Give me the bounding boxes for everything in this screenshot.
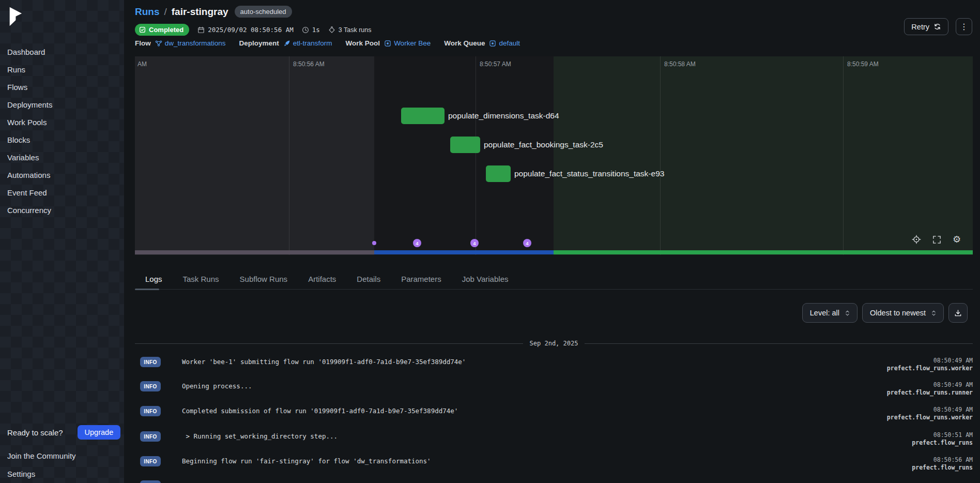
work-pool-label: Work Pool bbox=[346, 39, 380, 47]
log-level-value: Level: all bbox=[810, 309, 839, 317]
log-logger-name: prefect.flow_runs bbox=[912, 439, 973, 447]
log-sort-select[interactable]: Oldest to newest bbox=[862, 303, 944, 323]
event-cluster-marker[interactable]: 4 bbox=[470, 239, 479, 247]
log-level-badge: INFO bbox=[140, 480, 161, 483]
deployment-label: Deployment bbox=[239, 39, 279, 47]
log-list: Sep 2nd, 2025 INFO Worker 'bee-1' submit… bbox=[135, 339, 973, 483]
work-pool-icon bbox=[384, 40, 391, 47]
task-run-bar[interactable] bbox=[401, 108, 445, 124]
task-run-bar[interactable] bbox=[450, 137, 480, 153]
sort-chevrons-icon bbox=[845, 310, 850, 316]
auto-scheduled-badge: auto-scheduled bbox=[235, 6, 292, 18]
sort-chevrons-icon bbox=[931, 310, 936, 316]
meta-row: Flow dw_transformations Deployment etl-t… bbox=[135, 39, 520, 47]
sidebar-item-automations[interactable]: Automations bbox=[0, 167, 124, 184]
sidebar-item-event-feed[interactable]: Event Feed bbox=[0, 184, 124, 202]
work-pool-link[interactable]: Worker Bee bbox=[394, 39, 431, 47]
timeline-controls: ⚙ bbox=[912, 235, 961, 244]
log-level-badge: INFO bbox=[140, 406, 161, 416]
log-entry: INFO Beginning flow run 'fair-stingray' … bbox=[135, 456, 973, 472]
tab-logs[interactable]: Logs bbox=[145, 275, 162, 283]
sidebar-item-work-pools[interactable]: Work Pools bbox=[0, 114, 124, 131]
event-cluster-marker[interactable]: 4 bbox=[523, 239, 531, 247]
log-logger-name: prefect.flow_runs.worker bbox=[887, 414, 973, 421]
timeline-minimap-past-segment bbox=[135, 250, 374, 254]
tab-job-variables[interactable]: Job Variables bbox=[462, 275, 509, 283]
sidebar-item-deployments[interactable]: Deployments bbox=[0, 96, 124, 114]
log-entry: INFO > Running set_working_directory ste… bbox=[135, 431, 973, 447]
tab-artifacts[interactable]: Artifacts bbox=[308, 275, 336, 283]
log-timestamp: 08:50:49 AM bbox=[887, 406, 973, 414]
run-detail-tabs: Logs Task Runs Subflow Runs Artifacts De… bbox=[135, 269, 973, 290]
axis-tick-label: 8:50:56 AM bbox=[293, 61, 325, 68]
gridline bbox=[843, 56, 844, 255]
gridline bbox=[289, 56, 289, 255]
log-level-badge: INFO bbox=[140, 431, 161, 442]
task-runs-count: 3 Task runs bbox=[339, 26, 372, 34]
upsell-text: Ready to scale? bbox=[7, 428, 63, 437]
retry-button[interactable]: Retry bbox=[904, 18, 948, 35]
prefect-logo-icon[interactable] bbox=[7, 6, 24, 27]
log-timestamp: 08:50:49 AM bbox=[887, 357, 973, 365]
log-message: Opening process... bbox=[182, 381, 252, 391]
sidebar-nav: Dashboard Runs Flows Deployments Work Po… bbox=[0, 43, 124, 219]
flow-run-timeline[interactable]: AM 8:50:56 AM 8:50:57 AM 8:50:58 AM 8:50… bbox=[135, 56, 973, 255]
sidebar-item-runs[interactable]: Runs bbox=[0, 61, 124, 79]
task-run-label: populate_fact_bookings_task-2c5 bbox=[484, 137, 603, 153]
status-row: Completed 2025/09/02 08:50:56 AM 1s 3 Ta… bbox=[135, 24, 372, 36]
log-level-badge: INFO bbox=[140, 456, 161, 466]
sidebar-footer: Ready to scale? Upgrade Join the Communi… bbox=[0, 425, 124, 483]
timeline-completed-region bbox=[554, 56, 973, 255]
timeline-settings-gear-icon[interactable]: ⚙ bbox=[952, 235, 961, 244]
sidebar: Dashboard Runs Flows Deployments Work Po… bbox=[0, 0, 124, 483]
check-square-icon bbox=[139, 26, 146, 33]
log-message: Completed submission of flow run '019909… bbox=[182, 406, 458, 416]
breadcrumb-runs-link[interactable]: Runs bbox=[135, 6, 160, 18]
header-actions: Retry ⋮ bbox=[904, 18, 972, 35]
recenter-icon[interactable] bbox=[912, 235, 921, 244]
task-runs-icon bbox=[328, 26, 335, 34]
join-community-link[interactable]: Join the Community bbox=[0, 447, 124, 465]
calendar-icon bbox=[197, 26, 205, 34]
task-run-label: populate_fact_status_transitions_task-e9… bbox=[514, 165, 664, 182]
event-cluster-marker[interactable]: 4 bbox=[413, 239, 421, 247]
work-queue-link[interactable]: default bbox=[499, 39, 520, 47]
timeline-run-window bbox=[374, 56, 554, 255]
log-sort-value: Oldest to newest bbox=[870, 309, 926, 317]
work-queue-icon bbox=[489, 40, 496, 47]
tab-parameters[interactable]: Parameters bbox=[401, 275, 441, 283]
sidebar-item-variables[interactable]: Variables bbox=[0, 149, 124, 167]
log-entry: INFO bbox=[135, 480, 973, 483]
tab-details[interactable]: Details bbox=[357, 275, 380, 283]
event-dot[interactable] bbox=[372, 241, 376, 245]
log-timestamp: 08:50:56 AM bbox=[912, 456, 973, 464]
download-logs-button[interactable] bbox=[948, 303, 968, 323]
tab-subflow-runs[interactable]: Subflow Runs bbox=[240, 275, 288, 283]
fullscreen-icon[interactable] bbox=[932, 235, 941, 244]
sidebar-item-blocks[interactable]: Blocks bbox=[0, 131, 124, 149]
axis-tick-label: 8:50:57 AM bbox=[480, 61, 511, 68]
sidebar-item-concurrency[interactable]: Concurrency bbox=[0, 202, 124, 219]
axis-tick-label: 8:50:59 AM bbox=[847, 61, 879, 68]
kebab-icon: ⋮ bbox=[960, 22, 968, 32]
sidebar-item-dashboard[interactable]: Dashboard bbox=[0, 43, 124, 61]
sidebar-item-flows[interactable]: Flows bbox=[0, 79, 124, 96]
tab-task-runs[interactable]: Task Runs bbox=[183, 275, 219, 283]
flow-label: Flow bbox=[135, 39, 151, 47]
run-start-datetime: 2025/09/02 08:50:56 AM bbox=[208, 26, 294, 34]
work-queue-label: Work Queue bbox=[444, 39, 485, 47]
log-level-badge: INFO bbox=[140, 381, 161, 391]
kebab-menu-button[interactable]: ⋮ bbox=[956, 18, 972, 35]
deployment-link[interactable]: etl-transform bbox=[293, 39, 332, 47]
log-logger-name: prefect.flow_runs.runner bbox=[887, 389, 973, 397]
upgrade-button[interactable]: Upgrade bbox=[78, 425, 121, 440]
task-run-label: populate_dimensions_task-d64 bbox=[448, 108, 559, 124]
log-filters: Level: all Oldest to newest bbox=[802, 303, 968, 323]
flow-link[interactable]: dw_transformations bbox=[165, 39, 226, 47]
flow-icon bbox=[155, 40, 162, 47]
log-level-select[interactable]: Level: all bbox=[802, 303, 858, 323]
log-level-badge: INFO bbox=[140, 357, 161, 367]
task-run-bar[interactable] bbox=[486, 165, 511, 182]
settings-link[interactable]: Settings bbox=[0, 465, 124, 483]
status-label: Completed bbox=[149, 26, 183, 34]
